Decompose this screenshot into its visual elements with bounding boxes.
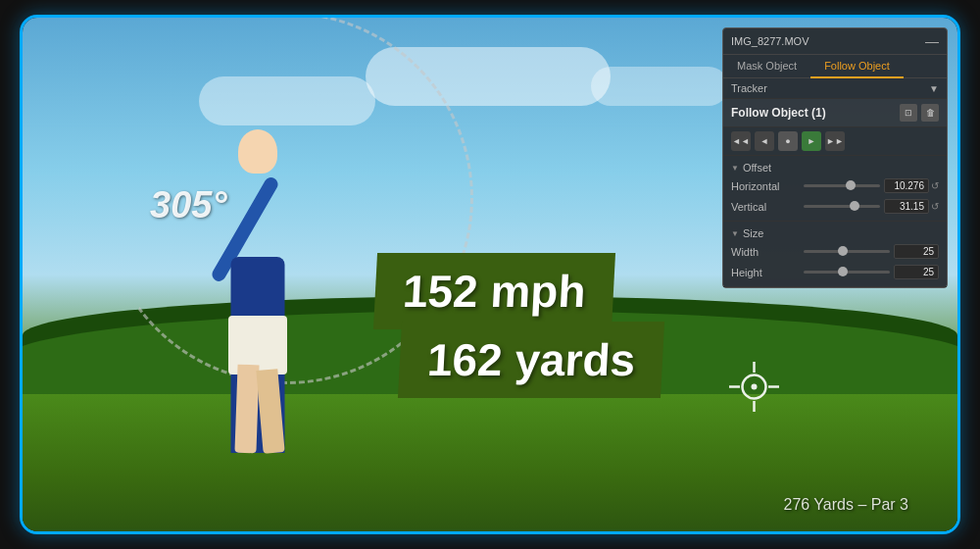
- angle-label: 305°: [150, 184, 227, 226]
- speed-text: 152 mph: [402, 266, 587, 317]
- vertical-label: Vertical: [731, 201, 800, 213]
- distance-badge: 162 yards: [398, 322, 664, 398]
- object-name: Follow Object (1): [731, 106, 900, 120]
- main-frame: 305° 152 mph 162 yards 276 Yards – Par 3…: [20, 15, 960, 534]
- golfer-figure: [179, 129, 336, 453]
- follow-object-panel: IMG_8277.MOV — Mask Object Follow Object…: [722, 27, 948, 288]
- vertical-slider-thumb: [850, 201, 859, 211]
- horizontal-label: Horizontal: [731, 180, 800, 192]
- tab-follow-object[interactable]: Follow Object: [810, 55, 904, 78]
- svg-point-1: [752, 384, 758, 390]
- vertical-slider[interactable]: [804, 205, 880, 208]
- golfer-leg-left: [234, 365, 259, 454]
- minimize-button[interactable]: —: [925, 33, 939, 49]
- width-value[interactable]: 25: [894, 244, 939, 259]
- play-button[interactable]: ►: [802, 131, 821, 151]
- horizontal-reset-icon[interactable]: ↺: [931, 180, 939, 191]
- horizontal-slider[interactable]: [804, 184, 880, 187]
- playback-controls: ◄◄ ◄ ● ► ►►: [723, 127, 947, 156]
- object-image-icon[interactable]: ⊡: [900, 104, 917, 122]
- step-back-far-button[interactable]: ◄◄: [731, 131, 751, 151]
- width-slider[interactable]: [804, 250, 890, 253]
- horizontal-row: Horizontal 10.276 ↺: [731, 175, 939, 196]
- step-forward-button[interactable]: ►►: [825, 131, 845, 151]
- vertical-row: Vertical 31.15 ↺: [731, 196, 939, 217]
- width-label: Width: [731, 246, 800, 258]
- tracker-row: Tracker ▼: [723, 78, 947, 99]
- size-arrow-icon: ▼: [731, 229, 739, 238]
- size-section: ▼ Size Width 25 Height 25: [723, 222, 947, 287]
- panel-filename: IMG_8277.MOV: [731, 35, 808, 47]
- offset-label: Offset: [743, 162, 771, 174]
- record-button[interactable]: ●: [778, 131, 798, 151]
- horizontal-value[interactable]: 10.276: [884, 178, 929, 193]
- object-delete-icon[interactable]: 🗑: [921, 104, 939, 122]
- size-section-header[interactable]: ▼ Size: [731, 225, 939, 241]
- speed-badge: 152 mph: [373, 253, 615, 329]
- vertical-value[interactable]: 31.15: [884, 199, 929, 214]
- height-slider-thumb: [838, 267, 848, 276]
- step-back-button[interactable]: ◄: [755, 131, 774, 151]
- height-row: Height 25: [731, 262, 939, 282]
- crosshair-target: [727, 360, 781, 414]
- object-row: Follow Object (1) ⊡ 🗑: [723, 99, 947, 127]
- width-row: Width 25: [731, 241, 939, 262]
- golfer-head: [238, 129, 277, 174]
- object-icon-group: ⊡ 🗑: [900, 104, 939, 122]
- cloud-3: [591, 67, 728, 106]
- tracker-label: Tracker: [731, 82, 929, 94]
- tracker-dropdown[interactable]: ▼: [929, 83, 939, 94]
- height-slider[interactable]: [804, 271, 890, 274]
- offset-section-header[interactable]: ▼ Offset: [731, 160, 939, 175]
- height-label: Height: [731, 267, 800, 278]
- width-slider-thumb: [838, 246, 848, 256]
- panel-tabs: Mask Object Follow Object: [723, 55, 947, 78]
- offset-section: ▼ Offset Horizontal 10.276 ↺ Vertical 31…: [723, 156, 947, 222]
- panel-titlebar: IMG_8277.MOV —: [723, 28, 947, 55]
- yardage-label: 276 Yards – Par 3: [784, 496, 909, 514]
- vertical-reset-icon[interactable]: ↺: [931, 201, 939, 212]
- distance-text: 162 yards: [426, 334, 637, 385]
- height-value[interactable]: 25: [894, 265, 939, 279]
- size-label: Size: [743, 227, 763, 239]
- offset-arrow-icon: ▼: [731, 164, 739, 173]
- horizontal-slider-thumb: [846, 180, 856, 190]
- tab-mask-object[interactable]: Mask Object: [723, 55, 810, 77]
